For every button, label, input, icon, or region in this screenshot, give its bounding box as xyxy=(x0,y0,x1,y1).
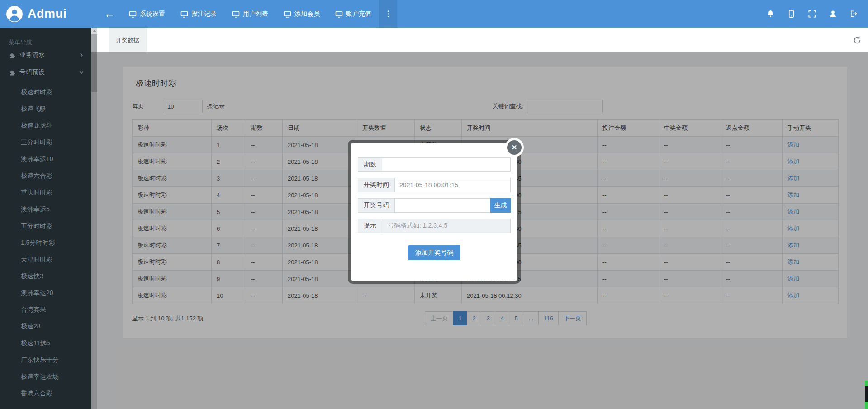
nav-item-账户充值[interactable]: 账户充值 xyxy=(327,0,379,28)
nav-item-添加会员[interactable]: 添加会员 xyxy=(276,0,327,28)
sidebar-item-极速幸运农场[interactable]: 极速幸运农场 xyxy=(0,368,91,385)
nav-item-label: 投注记录 xyxy=(191,10,217,18)
tablet-icon[interactable] xyxy=(787,10,796,18)
sidebar-subitems: 极速时时彩极速飞艇极速龙虎斗三分时时彩澳洲幸运10极速六合彩重庆时时彩澳洲幸运5… xyxy=(0,84,91,402)
logout-icon[interactable] xyxy=(849,10,858,18)
user-icon[interactable] xyxy=(829,10,837,18)
monitor-icon xyxy=(284,10,291,18)
sidebar-group-label: 号码预设 xyxy=(19,68,45,76)
brand[interactable]: Admui xyxy=(0,5,91,23)
sidebar-item-五分时时彩[interactable]: 五分时时彩 xyxy=(0,218,91,234)
hint-text: 号码格式如: 1,2,3,4,5 xyxy=(382,219,511,233)
modal-close-button[interactable]: ✕ xyxy=(505,138,524,157)
sidebar-item-天津时时彩[interactable]: 天津时时彩 xyxy=(0,251,91,268)
more-menu-button[interactable]: ⋮ xyxy=(379,0,397,28)
sidebar-group-label: 业务流水 xyxy=(19,51,45,59)
sidebar: 菜单导航 业务流水 号码预设 极速时时彩极速飞艇极速龙虎斗三分时时彩澳洲幸运10… xyxy=(0,28,91,409)
sidebar-item-极速11选5[interactable]: 极速11选5 xyxy=(0,335,91,352)
close-icon: ✕ xyxy=(507,140,522,155)
add-result-modal: ✕ 期数 开奖时间 开奖号码 生成 提示 号码格式如: 1,2,3,4,5 添加… xyxy=(351,143,517,281)
nav-item-label: 用户列表 xyxy=(243,10,268,18)
mini-scrollbar[interactable] xyxy=(865,381,868,409)
sidebar-item-极速六合彩[interactable]: 极速六合彩 xyxy=(0,167,91,184)
nav-item-label: 添加会员 xyxy=(294,10,320,18)
sidebar-item-三分时时彩[interactable]: 三分时时彩 xyxy=(0,134,91,151)
sidebar-item-澳洲幸运5[interactable]: 澳洲幸运5 xyxy=(0,201,91,218)
issue-number-label: 期数 xyxy=(358,157,382,172)
refresh-icon[interactable] xyxy=(852,35,862,45)
add-draw-number-button[interactable]: 添加开奖号码 xyxy=(408,245,460,260)
bell-icon[interactable] xyxy=(766,10,775,18)
back-arrow-icon[interactable]: ← xyxy=(104,9,115,19)
monitor-icon xyxy=(335,10,343,18)
sidebar-item-澳洲幸运20[interactable]: 澳洲幸运20 xyxy=(0,285,91,301)
navbar-menu: 系统设置投注记录用户列表添加会员账户充值 xyxy=(121,0,379,28)
draw-time-label: 开奖时间 xyxy=(358,178,394,192)
tab-bar: 开奖数据 xyxy=(97,28,868,52)
monitor-icon xyxy=(180,10,188,18)
chevron-right-icon xyxy=(79,53,84,57)
generate-button[interactable]: 生成 xyxy=(490,198,511,213)
draw-numbers-input[interactable] xyxy=(394,198,490,213)
issue-number-input[interactable] xyxy=(382,157,511,172)
monitor-icon xyxy=(232,10,240,18)
sidebar-item-台湾宾果[interactable]: 台湾宾果 xyxy=(0,301,91,318)
field-issue-number: 期数 xyxy=(358,157,511,172)
brand-name: Admui xyxy=(28,7,67,21)
fullscreen-icon[interactable] xyxy=(808,10,816,18)
hint-label: 提示 xyxy=(358,219,382,233)
sidebar-item-香港六合彩[interactable]: 香港六合彩 xyxy=(0,385,91,402)
sidebar-item-极速时时彩[interactable]: 极速时时彩 xyxy=(0,84,91,100)
sidebar-item-极速28[interactable]: 极速28 xyxy=(0,318,91,335)
mini-scrollbar-segment xyxy=(865,381,868,386)
mini-scrollbar-segment xyxy=(865,402,868,409)
sidebar-item-极速快3[interactable]: 极速快3 xyxy=(0,268,91,285)
field-draw-numbers: 开奖号码 生成 xyxy=(358,198,511,213)
chevron-down-icon xyxy=(79,70,84,75)
sidebar-group-numbers[interactable]: 号码预设 xyxy=(0,64,91,81)
field-hint: 提示 号码格式如: 1,2,3,4,5 xyxy=(358,219,511,233)
top-navbar: Admui ← 系统设置投注记录用户列表添加会员账户充值 ⋮ xyxy=(0,0,868,28)
sidebar-item-重庆时时彩[interactable]: 重庆时时彩 xyxy=(0,184,91,201)
sidebar-item-广东快乐十分[interactable]: 广东快乐十分 xyxy=(0,352,91,368)
sidebar-item-极速飞艇[interactable]: 极速飞艇 xyxy=(0,100,91,117)
navbar-right-icons xyxy=(766,10,868,18)
nav-item-投注记录[interactable]: 投注记录 xyxy=(173,0,224,28)
nav-item-label: 系统设置 xyxy=(140,10,165,18)
draw-numbers-label: 开奖号码 xyxy=(358,198,394,213)
draw-time-input[interactable] xyxy=(394,178,511,192)
field-draw-time: 开奖时间 xyxy=(358,178,511,192)
nav-item-系统设置[interactable]: 系统设置 xyxy=(121,0,173,28)
brand-logo-icon xyxy=(6,5,23,23)
puzzle-icon xyxy=(9,69,15,76)
sidebar-header: 菜单导航 xyxy=(0,28,91,47)
sidebar-item-澳洲幸运10[interactable]: 澳洲幸运10 xyxy=(0,151,91,167)
scrollbar-up-arrow[interactable] xyxy=(91,28,97,34)
monitor-icon xyxy=(129,10,137,18)
nav-item-label: 账户充值 xyxy=(346,10,371,18)
sidebar-item-极速龙虎斗[interactable]: 极速龙虎斗 xyxy=(0,117,91,134)
sidebar-item-1.5分时时彩[interactable]: 1.5分时时彩 xyxy=(0,234,91,251)
tab-lottery-data[interactable]: 开奖数据 xyxy=(109,28,147,52)
puzzle-icon xyxy=(9,52,15,59)
nav-item-用户列表[interactable]: 用户列表 xyxy=(224,0,276,28)
sidebar-group-business[interactable]: 业务流水 xyxy=(0,47,91,64)
